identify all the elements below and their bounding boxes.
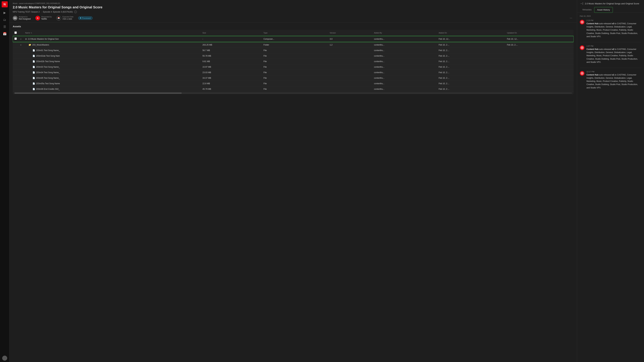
nav-icon-video[interactable]: ▶ [2, 10, 8, 16]
size-cell: 9.81 MB [201, 59, 262, 64]
select-all-checkbox[interactable] [14, 31, 17, 34]
table-row[interactable]: 📄203m02b Test Song Name9.81 MBFileconten… [13, 59, 574, 64]
app-logo[interactable]: N [2, 1, 8, 7]
table-row[interactable]: ∨📁203_MusicMasters263.25 MBFolder1.2cont… [13, 42, 574, 48]
added-by-cell: contenthu... [372, 36, 437, 42]
added-by-cell: contenthu... [372, 70, 437, 75]
added-by-cell: contenthu... [372, 75, 437, 81]
panel-header: →| 2.0 Music Masters for Original Songs … [577, 0, 644, 13]
version-cell [328, 59, 372, 64]
updated-on-cell [505, 64, 574, 70]
history-icon [580, 20, 584, 24]
table-row[interactable]: 📄203m06 End Credits S02_45.79 MBFilecont… [13, 86, 574, 92]
added-on-cell: Feb 10, 2:... [437, 53, 505, 59]
file-name: 2.0 Music Masters for Original Son [28, 38, 59, 40]
table-row[interactable]: 📄203m05a Test Song Name22.8 MBFileconten… [13, 81, 574, 86]
file-name: 203m05a Test Song Name [36, 82, 60, 85]
updated-on-cell [505, 70, 574, 75]
table-row[interactable]: 📄203m04 Test Song Name_23.03 MBFileconte… [13, 70, 574, 75]
history-time: 2:19 PM [586, 19, 641, 21]
table-row[interactable]: 📄203m05 Test Song Name_33.37 MBFileconte… [13, 75, 574, 81]
page-subtitle: NPS Training TEST: Season 2 | Episode 4:… [13, 10, 574, 13]
tab-asset-history[interactable]: Asset History [594, 7, 613, 13]
episode-name: Episode 4: Episode 3 (81579183) [43, 11, 73, 13]
file-name: 203m02b Test Song Name [36, 60, 60, 63]
updated-on-cell [505, 53, 574, 59]
version-cell [328, 70, 372, 75]
added-on-cell: Feb 10, 2:... [437, 70, 505, 75]
tab-metadata[interactable]: Metadata [580, 7, 594, 12]
requested-by-item: N Requested by Netflix [36, 16, 52, 20]
th-version: Version [328, 30, 372, 36]
history-list: 2:19 PMContent Hub auto-released v3 to C… [580, 19, 641, 89]
panel-title: 2.0 Music Masters for Original Songs and… [585, 2, 641, 5]
th-name: Name ⇅ [24, 30, 201, 36]
file-icon: 📄 [32, 66, 35, 68]
expected-date-item: 📅 Expected Date Add a date [56, 16, 74, 20]
type-cell: File [262, 75, 328, 81]
type-cell: File [262, 64, 328, 70]
expand-arrow[interactable]: ∨ [20, 38, 22, 40]
file-name: 203_MusicMasters [32, 44, 49, 46]
table-row[interactable]: 📄203m02ab Test Song Nam55.78 MBFileconte… [13, 53, 574, 59]
file-name: 203m02ab Test Song Nam [36, 55, 60, 57]
added-by-cell: contenthu... [372, 59, 437, 64]
requested-label: Requested by [42, 16, 52, 18]
panel-tabs: Metadata Asset History [580, 7, 641, 12]
updated-on-cell [505, 48, 574, 53]
type-cell: File [262, 70, 328, 75]
panel-content: Feb 10, 2024 2:19 PMContent Hub auto-rel… [577, 13, 644, 362]
version-cell [328, 81, 372, 86]
updated-on-cell [505, 75, 574, 81]
size-cell: 22.8 MB [201, 81, 262, 86]
added-on-cell: Feb 10, 2:... [437, 86, 505, 92]
nav-icon-folder[interactable]: 🗂 [2, 17, 8, 23]
file-icon: 📄 [32, 88, 35, 90]
history-text: Content Hub auto-released v2 to CASTING,… [586, 48, 641, 64]
page-title: 2.0 Music Masters for Original Songs and… [13, 5, 574, 9]
table-row[interactable]: 📄203m03 Test Song Name_15.97 MBFileconte… [13, 64, 574, 70]
version-cell: 1.2 [328, 42, 372, 48]
breadcrumb: Music - asset.subcategory.COMPOSER_DELIV… [13, 2, 574, 4]
expand-arrow[interactable]: ∨ [20, 44, 22, 46]
page-header: Music - asset.subcategory.COMPOSER_DELIV… [10, 0, 577, 23]
added-by-cell: contenthu... [372, 53, 437, 59]
version-cell [328, 64, 372, 70]
file-name: 203m05 Test Song Name_ [36, 77, 60, 79]
file-name: 203m06 End Credits S02_ [36, 88, 60, 90]
assets-table: Name ⇅ Size Type Version Added By Added … [13, 30, 574, 94]
size-cell: 56.7 MB [201, 48, 262, 53]
requested-value: Netflix [42, 18, 52, 20]
info-icon[interactable]: i [74, 10, 77, 13]
assigned-value[interactable]: Not Assigned [19, 18, 31, 20]
version-cell [328, 48, 372, 53]
th-added-by: Added By [372, 30, 437, 36]
version-cell [328, 75, 372, 81]
updated-on-cell [505, 59, 574, 64]
updated-on-cell [505, 81, 574, 86]
version-cell [328, 53, 372, 59]
size-cell: 45.79 MB [201, 86, 262, 92]
updated-on-cell: Feb 10, 2:... [505, 42, 574, 48]
requested-avatar: N [36, 16, 40, 20]
added-on-cell: Feb 10, 12... [437, 36, 505, 42]
nav-icon-list[interactable]: ☰ [2, 24, 8, 30]
panel-date: Feb 10, 2024 [580, 15, 641, 17]
file-icon: 📄 [32, 77, 35, 79]
expected-date-value[interactable]: Add a date [62, 18, 74, 20]
added-on-cell: Feb 10, 2:... [437, 59, 505, 64]
added-on-cell: Feb 10, 2:... [437, 81, 505, 86]
table-row[interactable]: 📄203m01 Test Song Name_56.7 MBFileconten… [13, 48, 574, 53]
updated-on-cell: Feb 10, 12... [505, 36, 574, 42]
more-options-button[interactable]: ··· [568, 15, 574, 20]
user-avatar[interactable] [2, 356, 7, 361]
history-time: 12:17 PM [586, 71, 641, 73]
table-row[interactable]: ∨⊞2.0 Music Masters for Original Son-Com… [13, 36, 574, 42]
nav-icon-calendar[interactable]: 📅 [2, 31, 8, 37]
calendar-icon: 📅 [56, 16, 61, 20]
status-badge: Processed [78, 16, 92, 20]
sort-icon[interactable]: ⇅ [31, 32, 32, 34]
assets-title: Assets [13, 25, 574, 28]
added-on-cell: Feb 10, 2:... [437, 42, 505, 48]
row-checkbox[interactable] [14, 37, 17, 40]
